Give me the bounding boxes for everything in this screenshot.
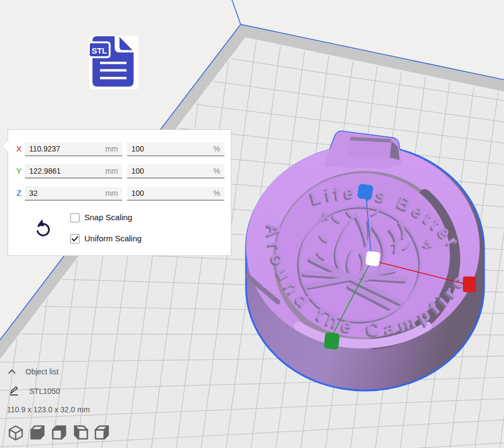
svg-text:STL: STL — [91, 46, 107, 55]
